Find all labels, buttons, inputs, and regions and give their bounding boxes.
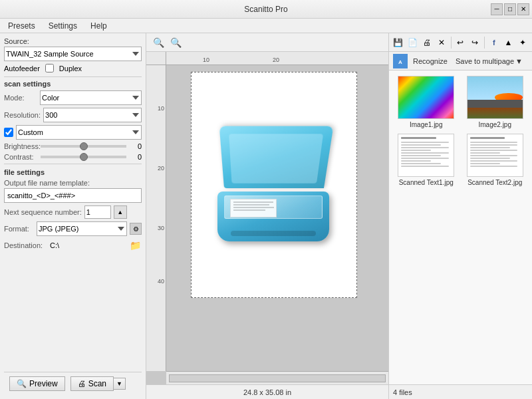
redo-icon-button[interactable]: ↪ [468, 35, 481, 50]
destination-label: Destination: [4, 241, 47, 249]
brightness-row: Brightness: 0 [4, 142, 142, 150]
scroll-bottom[interactable] [166, 371, 388, 384]
source-dropdown[interactable]: TWAIN_32 Sample Source [4, 47, 142, 61]
undo-icon-button[interactable]: ↩ [454, 35, 467, 50]
dropbox-icon-button[interactable]: ✦ [516, 35, 529, 50]
ruler-tick-left-30: 30 [158, 225, 164, 231]
brightness-slider[interactable] [41, 145, 126, 148]
files-count: 4 files [393, 388, 412, 396]
contrast-label: Contrast: [4, 153, 41, 161]
zoom-in-button[interactable]: 🔍 [150, 35, 166, 50]
menu-presets[interactable]: Presets [3, 20, 41, 32]
ruler-tick-left-10: 10 [158, 105, 164, 112]
text-doc-1 [398, 134, 454, 176]
svg-text:A: A [398, 59, 402, 65]
autofeeder-row: Autofeeder Duplex [4, 64, 142, 72]
scan-label: Scan [88, 379, 106, 388]
thumbnail-image-1 [398, 76, 454, 119]
menu-help[interactable]: Help [85, 20, 112, 32]
minimize-button[interactable]: ─ [491, 3, 503, 15]
ruler-corner [146, 52, 166, 65]
thumbnail-label-1: Image1.jpg [410, 121, 442, 128]
divider-2 [4, 164, 142, 164]
mode-dropdown[interactable]: Color [40, 90, 142, 105]
zoom-out-button[interactable]: 🔍 [168, 35, 184, 50]
menu-bar: Presets Settings Help [0, 19, 532, 33]
save-multipage-button[interactable]: Save to multipage ▼ [453, 56, 525, 66]
contrast-row: Contrast: 0 [4, 153, 142, 161]
brightness-value: 0 [129, 142, 142, 150]
scan-button[interactable]: 🖨 Scan [70, 376, 114, 391]
left-panel: Source: TWAIN_32 Sample Source Autofeede… [0, 33, 146, 399]
delete-icon-button[interactable]: ✕ [435, 35, 448, 50]
scanner-paper [230, 199, 277, 217]
facebook-icon-button[interactable]: f [487, 35, 501, 50]
duplex-label: Duplex [59, 65, 82, 72]
recognize-button[interactable]: Recognize [410, 56, 450, 66]
template-input[interactable]: scanitto_<D>_<###> [4, 188, 142, 203]
autofeeder-label: Autofeeder [4, 65, 40, 72]
export-icon-button[interactable]: 📄 [406, 35, 420, 50]
window-controls: ─ □ ✕ [491, 3, 529, 15]
save-multipage-arrow: ▼ [515, 57, 523, 65]
scan-icon: 🖨 [78, 379, 86, 388]
duplex-checkbox[interactable] [45, 64, 54, 72]
resolution-row: Resolution: 300 [4, 108, 142, 122]
gdrive-icon-button[interactable]: ▲ [502, 35, 515, 50]
save-icon-button[interactable]: 💾 [392, 35, 405, 50]
thumbnail-item-1[interactable]: Image1.jpg [394, 76, 458, 128]
thumbnail-item-2[interactable]: Image2.jpg [464, 76, 527, 128]
format-dropdown[interactable]: JPG (JPEG) [37, 221, 127, 236]
text-doc-2 [467, 134, 523, 176]
thumbnail-item-4[interactable]: Scanned Text2.jpg [464, 134, 527, 186]
format-settings-icon[interactable]: ⚙ [130, 223, 142, 235]
resolution-dropdown[interactable]: 300 [43, 108, 142, 122]
print-icon-button[interactable]: 🖨 [420, 35, 434, 50]
scanner-lid [219, 126, 334, 188]
scanner-illustration [214, 128, 334, 241]
save-multipage-label: Save to multipage [456, 57, 514, 65]
destination-row: Destination: C:\ 📁 [4, 239, 142, 252]
custom-dropdown[interactable]: Custom [16, 125, 142, 140]
seq-row: Next sequence number: ▲ [4, 205, 142, 219]
toolbar-separator [451, 37, 452, 49]
custom-checkbox[interactable] [4, 128, 13, 137]
maximize-button[interactable]: □ [504, 3, 516, 15]
road-image [467, 76, 523, 118]
scanner-glass [224, 196, 323, 219]
menu-settings[interactable]: Settings [43, 20, 82, 32]
thumbnail-image-4 [467, 134, 523, 177]
thumbnail-image-2 [467, 76, 523, 119]
scroll-track-h[interactable] [169, 374, 386, 382]
seq-input[interactable] [84, 205, 111, 219]
center-toolbar: 🔍 🔍 [146, 33, 388, 52]
scanner-body [217, 192, 329, 241]
scanner-lid-inner [229, 134, 323, 183]
preview-button[interactable]: 🔍 Preview [9, 376, 65, 391]
contrast-slider[interactable] [41, 156, 126, 158]
scan-page [191, 72, 357, 298]
thumbnail-image-3 [398, 134, 454, 177]
feathers-image [398, 76, 454, 118]
thumbnail-label-3: Scanned Text1.jpg [399, 179, 454, 186]
source-label: Source: [4, 37, 142, 45]
preview-area: in 10 20 10 20 30 40 [146, 52, 388, 384]
right-status-bar: 4 files [389, 384, 532, 399]
ocr-bar: A Recognize Save to multipage ▼ [389, 52, 532, 70]
thumbnail-item-3[interactable]: Scanned Text1.jpg [394, 134, 458, 186]
ruler-tick-left-40: 40 [158, 278, 164, 285]
preview-label: Preview [29, 379, 58, 388]
mode-label: Mode: [4, 94, 37, 102]
resolution-label: Resolution: [4, 111, 41, 119]
format-row: Format: JPG (JPEG) ⚙ [4, 221, 142, 236]
file-settings-title: file settings [4, 168, 142, 176]
destination-value: C:\ [50, 241, 126, 249]
scan-dropdown-arrow[interactable]: ▼ [114, 378, 126, 390]
close-button[interactable]: ✕ [517, 3, 529, 15]
seq-increment-button[interactable]: ▲ [114, 205, 127, 219]
center-panel: 🔍 🔍 in 10 20 10 20 30 40 [146, 33, 389, 399]
seq-label: Next sequence number: [4, 208, 82, 216]
title-bar: Scanitto Pro ─ □ ✕ [0, 0, 532, 19]
bottom-bar: 🔍 Preview 🖨 Scan ▼ [4, 372, 142, 395]
folder-icon[interactable]: 📁 [128, 239, 142, 252]
